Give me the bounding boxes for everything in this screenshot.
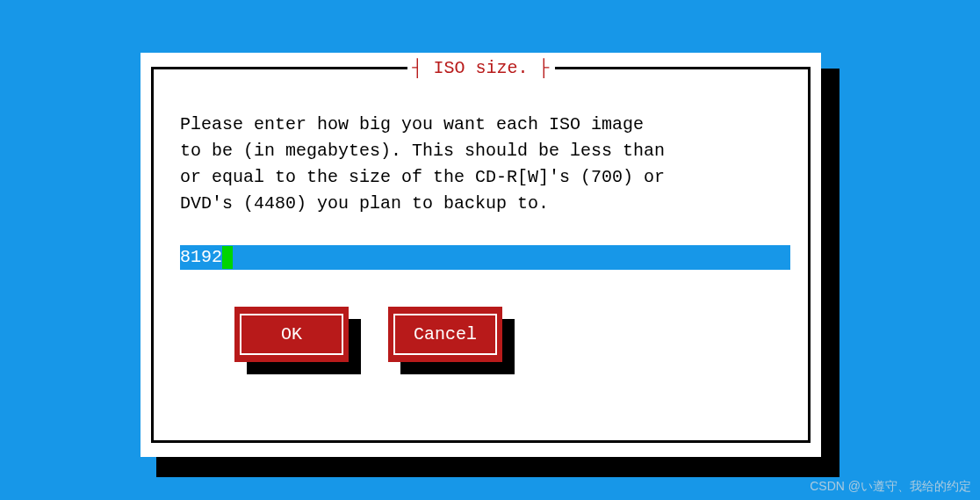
iso-size-dialog: ┤ ISO size. ├ Please enter how big you w… — [141, 53, 821, 457]
prompt-text: Please enter how big you want each ISO i… — [180, 112, 782, 217]
dialog-border: ┤ ISO size. ├ Please enter how big you w… — [151, 67, 811, 443]
watermark: CSDN @い遵守、我给的约定 — [810, 479, 971, 495]
iso-size-input[interactable]: 8192 — [180, 245, 790, 270]
cancel-button[interactable]: Cancel — [388, 307, 502, 362]
cancel-button-label: Cancel — [393, 314, 497, 355]
input-value: 8192 — [180, 245, 222, 270]
dialog-title: ┤ ISO size. ├ — [407, 58, 554, 78]
button-row: OK Cancel — [234, 307, 502, 362]
ok-button-label: OK — [240, 314, 343, 355]
ok-button[interactable]: OK — [234, 307, 349, 362]
cursor-icon — [222, 246, 233, 269]
